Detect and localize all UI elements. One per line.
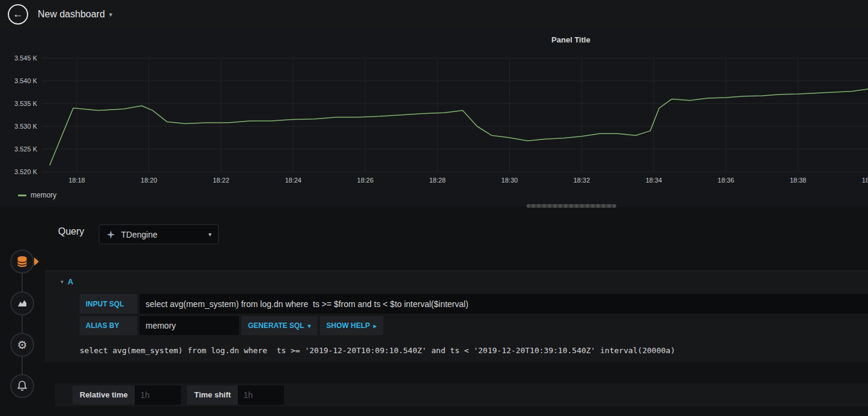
query-ref-label: A bbox=[68, 277, 73, 286]
svg-text:18:30: 18:30 bbox=[501, 177, 518, 184]
alias-by-row: ALIAS BY GENERATE SQL ▾ SHOW HELP ▸ bbox=[80, 316, 868, 335]
chevron-down-icon: ▾ bbox=[208, 231, 211, 238]
legend-series-label[interactable]: memory bbox=[31, 191, 56, 199]
tdengine-logo-icon bbox=[106, 230, 116, 239]
chart-legend[interactable]: memory bbox=[18, 191, 56, 199]
tab-visualization[interactable] bbox=[10, 291, 34, 315]
datasource-name: TDengine bbox=[121, 230, 158, 239]
chevron-down-icon[interactable]: ▾ bbox=[109, 11, 113, 19]
back-button[interactable]: ← bbox=[8, 4, 28, 25]
query-editor-card: ▾ A INPUT SQL ALIAS BY GENERATE SQL ▾ SH… bbox=[45, 271, 868, 362]
generated-sql-text: select avg(mem_system) from log.dn where… bbox=[80, 341, 856, 359]
svg-text:18:32: 18:32 bbox=[573, 177, 590, 184]
time-shift-label: Time shift bbox=[187, 385, 238, 405]
generate-sql-label: GENERATE SQL bbox=[248, 321, 304, 330]
show-help-button[interactable]: SHOW HELP ▸ bbox=[320, 316, 383, 335]
show-help-label: SHOW HELP bbox=[326, 321, 370, 330]
legend-series-dash bbox=[18, 195, 26, 196]
svg-text:18:40: 18:40 bbox=[862, 177, 868, 184]
active-tab-arrow-icon bbox=[34, 257, 39, 266]
gear-icon: ⚙ bbox=[17, 339, 27, 351]
svg-text:18:24: 18:24 bbox=[285, 177, 302, 184]
dashboard-title[interactable]: New dashboard bbox=[38, 9, 105, 20]
svg-text:18:18: 18:18 bbox=[68, 177, 85, 184]
svg-text:3.525 K: 3.525 K bbox=[14, 145, 38, 153]
panel-title[interactable]: Panel Title bbox=[552, 35, 591, 44]
tab-general[interactable]: ⚙ bbox=[10, 333, 34, 357]
svg-text:3.540 K: 3.540 K bbox=[14, 77, 38, 84]
input-sql-row: INPUT SQL bbox=[80, 294, 868, 314]
time-shift-field[interactable] bbox=[238, 385, 284, 405]
svg-text:3.545 K: 3.545 K bbox=[14, 54, 38, 62]
time-options-card: Relative time Time shift bbox=[55, 383, 868, 406]
query-section-title: Query bbox=[58, 226, 84, 237]
alias-by-field[interactable] bbox=[140, 316, 239, 335]
bell-icon bbox=[15, 379, 29, 393]
svg-text:3.535 K: 3.535 K bbox=[14, 100, 38, 107]
chevron-right-icon: ▸ bbox=[374, 323, 377, 329]
chevron-down-icon: ▾ bbox=[61, 278, 63, 285]
input-sql-field[interactable] bbox=[140, 294, 868, 314]
timeseries-chart[interactable]: 3.520 K3.525 K3.530 K3.535 K3.540 K3.545… bbox=[0, 29, 868, 207]
graph-icon bbox=[15, 296, 29, 311]
svg-text:18:20: 18:20 bbox=[141, 177, 158, 184]
relative-time-label: Relative time bbox=[72, 385, 135, 405]
tab-alert[interactable] bbox=[10, 374, 34, 398]
svg-text:18:34: 18:34 bbox=[646, 177, 663, 184]
pane-resize-handle[interactable] bbox=[527, 204, 616, 208]
alias-by-label: ALIAS BY bbox=[80, 316, 137, 335]
tab-queries[interactable] bbox=[10, 250, 34, 274]
svg-text:18:28: 18:28 bbox=[429, 177, 446, 184]
top-header: ← New dashboard ▾ bbox=[0, 0, 868, 29]
chevron-down-icon: ▾ bbox=[308, 323, 311, 329]
panel-editor: ⚙ Query TDengine ▾ ▾ A INPUT SQL ALIAS B… bbox=[0, 218, 868, 416]
svg-text:18:38: 18:38 bbox=[790, 177, 806, 184]
svg-text:3.530 K: 3.530 K bbox=[14, 123, 38, 130]
arrow-left-icon: ← bbox=[13, 8, 23, 20]
generate-sql-button[interactable]: GENERATE SQL ▾ bbox=[241, 316, 317, 335]
relative-time-field[interactable] bbox=[135, 385, 181, 405]
input-sql-label: INPUT SQL bbox=[80, 294, 137, 314]
svg-text:3.520 K: 3.520 K bbox=[14, 168, 38, 175]
database-icon bbox=[15, 254, 29, 269]
graph-panel: 3.520 K3.525 K3.530 K3.535 K3.540 K3.545… bbox=[0, 29, 868, 207]
svg-text:18:36: 18:36 bbox=[718, 177, 734, 184]
tab-connector-line bbox=[22, 262, 23, 386]
datasource-picker[interactable]: TDengine ▾ bbox=[99, 224, 219, 244]
svg-text:18:22: 18:22 bbox=[213, 177, 229, 184]
svg-text:18:26: 18:26 bbox=[357, 177, 374, 184]
query-row-collapse[interactable]: ▾ A bbox=[61, 277, 73, 286]
